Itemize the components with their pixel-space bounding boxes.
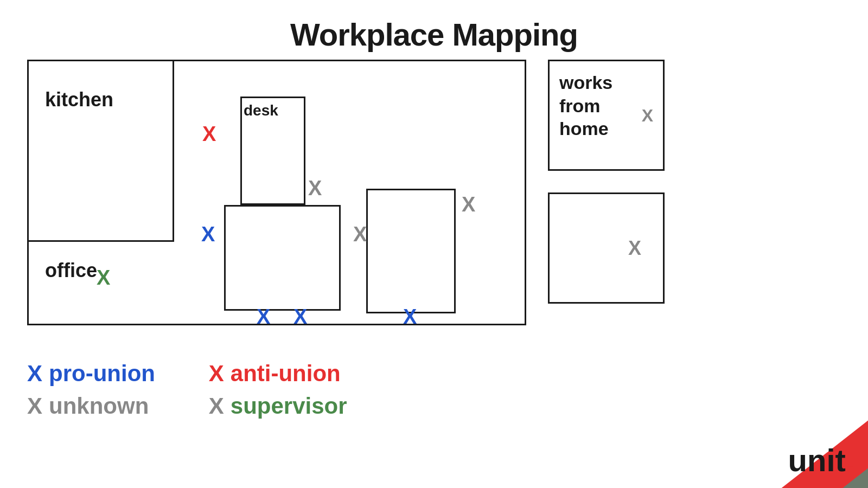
legend-anti-union: X anti-union <box>209 361 347 387</box>
brand-unit: unit. <box>788 442 854 478</box>
works-from-home-label: worksfromhome <box>550 61 663 140</box>
legend-label-supervisor: supervisor <box>231 393 347 419</box>
kitchen-label: kitchen <box>45 88 113 111</box>
x-pro-union-left-table: X <box>201 224 215 245</box>
legend-label-unknown: unknown <box>49 393 149 419</box>
corner-decoration: unit. <box>727 369 868 488</box>
x-unknown-right-table: X <box>462 194 475 215</box>
legend-x-supervisor: X <box>209 395 224 418</box>
x-pro-union-below-table2: X <box>403 306 417 327</box>
x-pro-union-below-table-right: X <box>293 306 307 327</box>
legend-unknown: X unknown <box>27 393 165 419</box>
table-box-2 <box>366 189 456 313</box>
x-unknown-desk-right: X <box>308 178 322 198</box>
works-from-home-box: worksfromhome X <box>548 60 665 171</box>
x-works-from-home: X <box>642 106 653 126</box>
legend-x-unknown: X <box>27 395 42 418</box>
x-empty-box: X <box>628 237 641 260</box>
kitchen-divider-horizontal <box>29 240 174 242</box>
kitchen-divider-vertical <box>173 61 174 240</box>
x-pro-union-below-table-left: X <box>257 306 270 327</box>
office-label: office <box>45 259 97 282</box>
legend-x-pro-union: X <box>27 362 42 385</box>
side-boxes-container: worksfromhome X X <box>548 60 665 304</box>
table-box-1 <box>224 205 341 311</box>
empty-side-box: X <box>548 192 665 304</box>
x-supervisor-office: X <box>97 267 110 288</box>
brand-dot: . <box>846 442 854 478</box>
x-unknown-between-tables: X <box>353 224 367 245</box>
brand-text: unit <box>788 442 846 478</box>
legend-grid: X pro-union X anti-union X unknown X sup… <box>27 361 347 426</box>
legend-x-anti-union: X <box>209 362 224 385</box>
floorplan: kitchen office desk X X X X X X X X X <box>27 60 526 325</box>
x-anti-union-kitchen: X <box>202 124 216 144</box>
legend-label-pro-union: pro-union <box>49 361 155 387</box>
legend-pro-union: X pro-union <box>27 361 165 387</box>
page-title: Workplace Mapping <box>0 0 868 53</box>
desk-label: desk <box>244 102 278 119</box>
legend-supervisor: X supervisor <box>209 393 347 419</box>
legend: X pro-union X anti-union X unknown X sup… <box>27 361 347 426</box>
legend-label-anti-union: anti-union <box>231 361 341 387</box>
